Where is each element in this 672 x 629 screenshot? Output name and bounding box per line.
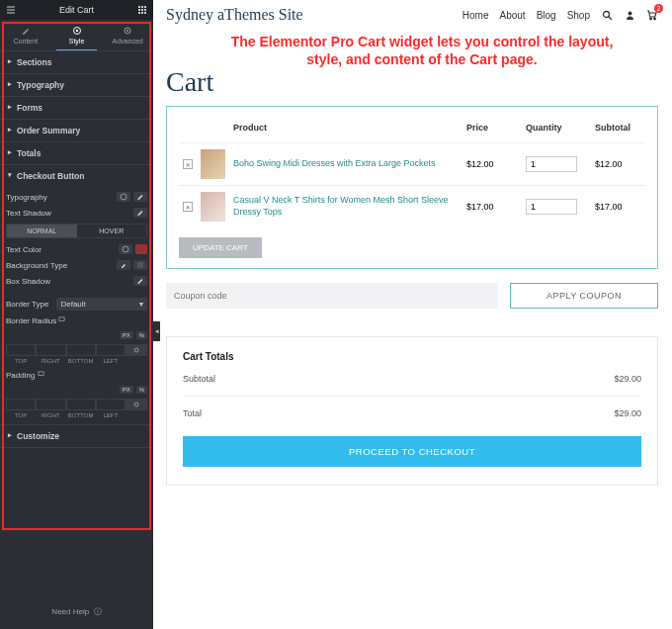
label-padding: Padding <box>6 371 44 380</box>
remove-item-button[interactable]: × <box>183 159 193 169</box>
collapse-sidebar-icon[interactable]: ◂ <box>153 321 160 341</box>
subtotal-value: $29.00 <box>614 374 641 384</box>
svg-rect-8 <box>144 12 146 14</box>
state-hover[interactable]: HOVER <box>77 225 147 237</box>
product-thumbnail[interactable] <box>201 192 225 222</box>
style-icon <box>72 26 82 36</box>
annotation-text: The Elementor Pro Cart widget lets you c… <box>166 30 658 70</box>
quantity-input[interactable] <box>526 156 577 172</box>
unit-px[interactable]: PX <box>120 386 133 394</box>
globe-icon[interactable] <box>117 192 130 202</box>
svg-rect-6 <box>138 12 140 14</box>
col-price: Price <box>462 117 522 143</box>
apps-icon[interactable] <box>137 5 147 15</box>
svg-point-20 <box>628 11 631 15</box>
section-customize[interactable]: Customize <box>0 425 153 447</box>
label-border-type: Border Type <box>6 300 48 309</box>
coupon-row: APPLY COUPON <box>166 283 658 309</box>
nav-about[interactable]: About <box>499 10 525 21</box>
unit-px[interactable]: PX <box>120 331 133 339</box>
item-price: $12.00 <box>462 143 522 186</box>
svg-point-21 <box>650 18 652 20</box>
cart-icon[interactable]: 2 <box>646 9 658 21</box>
page-preview: Sydney aThemes Site Home About Blog Shop… <box>153 0 672 629</box>
unit-percent[interactable]: % <box>136 331 147 339</box>
cart-badge: 2 <box>654 4 663 13</box>
menu-icon[interactable] <box>6 5 16 15</box>
svg-rect-5 <box>144 9 146 11</box>
coupon-input[interactable] <box>166 283 498 309</box>
nav-shop[interactable]: Shop <box>567 10 590 21</box>
state-normal[interactable]: NORMAL <box>7 225 77 237</box>
item-subtotal: $17.00 <box>591 186 645 228</box>
label-border-radius: Border Radius <box>6 316 65 325</box>
item-subtotal: $12.00 <box>591 143 645 186</box>
section-typography[interactable]: Typography <box>0 74 153 96</box>
border-radius-inputs[interactable] <box>6 344 147 356</box>
unit-percent[interactable]: % <box>136 386 147 394</box>
label-bg-type: Background Type <box>6 261 67 270</box>
product-thumbnail[interactable] <box>201 149 225 179</box>
state-toggle[interactable]: NORMAL HOVER <box>6 224 147 238</box>
svg-rect-15 <box>137 262 143 268</box>
bg-gradient-icon[interactable] <box>133 260 147 270</box>
tab-label: Advanced <box>113 38 143 45</box>
update-cart-button[interactable]: UPDATE CART <box>179 237 262 258</box>
section-order-summary[interactable]: Order Summary <box>0 120 153 141</box>
remove-item-button[interactable]: × <box>183 202 193 212</box>
table-row: × Boho Swing Midi Dresses with Extra Lar… <box>179 143 645 186</box>
edit-typography-icon[interactable] <box>133 192 147 202</box>
link-icon[interactable] <box>126 399 147 410</box>
text-color-swatch[interactable] <box>135 244 147 254</box>
search-icon[interactable] <box>601 9 613 21</box>
border-type-value: Default <box>60 300 85 309</box>
section-sections[interactable]: Sections <box>0 51 153 73</box>
tab-content[interactable]: Content <box>0 20 51 50</box>
section-checkout-button[interactable]: Checkout Button <box>0 165 153 187</box>
help-icon: ⓘ <box>91 607 101 616</box>
tab-label: Style <box>69 38 85 45</box>
sidebar-header: Edit Cart <box>0 0 153 20</box>
link-icon[interactable] <box>126 344 147 356</box>
svg-rect-7 <box>141 12 143 14</box>
site-brand[interactable]: Sydney aThemes Site <box>166 6 303 24</box>
edit-box-shadow-icon[interactable] <box>133 276 147 286</box>
svg-rect-4 <box>141 9 143 11</box>
nav-blog[interactable]: Blog <box>537 10 556 21</box>
section-totals[interactable]: Totals <box>0 142 153 164</box>
total-value: $29.00 <box>614 408 641 418</box>
sidebar-title: Edit Cart <box>59 5 94 15</box>
product-link[interactable]: Casual V Neck T Shirts for Women Mesh Sh… <box>233 195 449 217</box>
quantity-input[interactable] <box>526 199 577 215</box>
col-quantity: Quantity <box>522 117 591 143</box>
totals-heading: Cart Totals <box>183 351 641 362</box>
chevron-down-icon: ▾ <box>139 300 143 309</box>
product-link[interactable]: Boho Swing Midi Dresses with Extra Large… <box>233 158 436 168</box>
apply-coupon-button[interactable]: APPLY COUPON <box>510 283 658 309</box>
bg-classic-icon[interactable] <box>117 260 130 270</box>
checkout-button-panel: Typography Text Shadow NORMAL HOVER Text… <box>0 187 153 424</box>
page-title: Cart <box>166 66 658 98</box>
total-label: Total <box>183 408 202 418</box>
sidebar-tabs: Content Style Advanced <box>0 20 153 51</box>
subtotal-label: Subtotal <box>183 374 215 384</box>
user-icon[interactable] <box>624 9 635 21</box>
tab-style[interactable]: Style <box>51 20 103 50</box>
nav-home[interactable]: Home <box>462 10 489 21</box>
need-help-link[interactable]: Need Help ⓘ <box>0 594 153 629</box>
svg-rect-1 <box>141 6 143 8</box>
tab-advanced[interactable]: Advanced <box>102 20 153 50</box>
border-type-select[interactable]: Default ▾ <box>56 298 147 311</box>
svg-point-18 <box>603 11 609 17</box>
globe-icon[interactable] <box>119 244 132 254</box>
label-typography: Typography <box>6 193 47 202</box>
elementor-sidebar: Edit Cart Content Style Advanced Section… <box>0 0 153 629</box>
proceed-checkout-button[interactable]: PROCEED TO CHECKOUT <box>183 436 641 467</box>
section-forms[interactable]: Forms <box>0 97 153 119</box>
svg-point-22 <box>654 18 656 20</box>
tab-label: Content <box>14 38 39 45</box>
edit-text-shadow-icon[interactable] <box>133 208 147 218</box>
label-box-shadow: Box Shadow <box>6 277 50 286</box>
padding-inputs[interactable] <box>6 399 147 410</box>
pencil-icon <box>21 26 31 36</box>
